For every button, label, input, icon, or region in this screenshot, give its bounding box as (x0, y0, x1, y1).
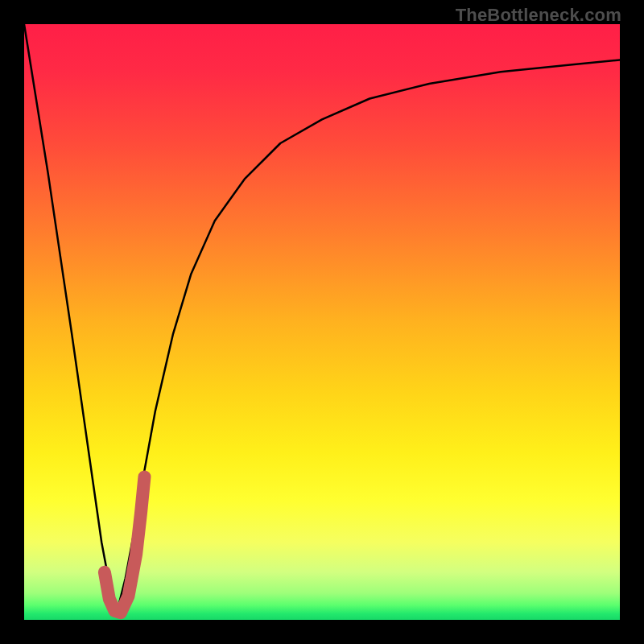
optimal-J-mark (105, 477, 145, 613)
bottleneck-curve-right (117, 60, 620, 613)
watermark-text: TheBottleneck.com (456, 5, 621, 26)
plot-area (24, 24, 620, 620)
bottleneck-curve-left (24, 24, 117, 614)
chart-frame: TheBottleneck.com (0, 0, 644, 644)
curve-layer (24, 24, 620, 620)
